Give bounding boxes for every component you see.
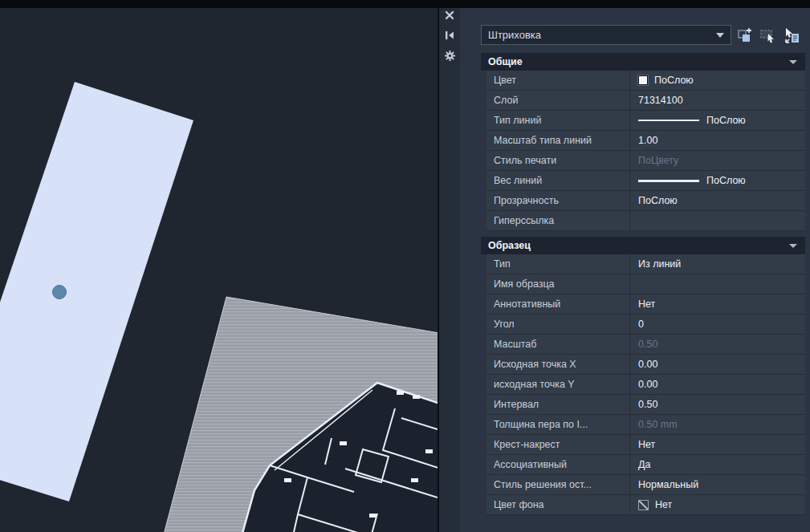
property-value[interactable]: ПоСлою — [629, 171, 805, 190]
quick-select-button[interactable] — [782, 26, 801, 45]
property-value[interactable]: Из линий — [629, 254, 805, 274]
property-value[interactable]: 0 — [629, 315, 805, 334]
gear-icon[interactable] — [443, 49, 456, 62]
property-value-text: Нет — [638, 439, 655, 450]
property-row: Вес линийПоСлою — [486, 171, 805, 191]
property-label: Масштаб — [486, 335, 629, 354]
property-value-text: 0 — [638, 319, 644, 330]
property-value-text: Нет — [638, 298, 655, 310]
autocad-window: Штриховка — [0, 0, 810, 532]
quick-select-icon — [783, 26, 800, 44]
property-row: Масштаб типа линий1.00 — [486, 131, 805, 151]
property-label: Вес линий — [486, 171, 629, 190]
property-value[interactable]: ПоСлою — [629, 191, 805, 210]
property-row: Слой71314100 — [486, 91, 805, 111]
section-header-Общие[interactable]: Общие — [481, 53, 805, 71]
toggle-pickadd-button[interactable] — [735, 26, 755, 45]
property-label: Толщина пера по I... — [486, 415, 629, 434]
properties-palette: Штриховка — [460, 8, 810, 532]
property-value[interactable]: ПоСлою — [629, 71, 805, 90]
line-thin-icon — [638, 120, 699, 121]
pickadd-toggle-icon — [736, 26, 754, 44]
swatch-white-icon — [638, 75, 648, 85]
property-value[interactable] — [629, 211, 805, 230]
property-value[interactable]: 71314100 — [629, 91, 805, 110]
property-value-text: Нет — [655, 499, 672, 510]
property-row: Крест-накрестНет — [486, 435, 805, 455]
section-header-Образец[interactable]: Образец — [481, 237, 805, 254]
property-value-text: 0.00 — [638, 379, 657, 390]
property-row: АссоциативныйДа — [486, 455, 805, 475]
property-value-text: 0.50 — [638, 339, 657, 350]
property-row: Цвет фонаНет — [486, 495, 805, 515]
property-row: Исходная точка X0.00 — [486, 355, 805, 375]
property-label: Цвет фона — [486, 495, 629, 514]
property-label: Слой — [486, 91, 629, 110]
property-row: Масштаб0.50 — [486, 335, 805, 355]
swatch-none-icon — [638, 500, 649, 510]
section-title: Образец — [488, 240, 789, 251]
property-value[interactable]: 0.50 — [629, 395, 805, 414]
property-value[interactable]: 0.50 — [629, 335, 805, 354]
property-label: Угол — [486, 315, 629, 334]
titlebar-strip — [0, 0, 810, 8]
property-value-text: Из линий — [638, 258, 681, 270]
object-type-dropdown[interactable]: Штриховка — [481, 25, 731, 45]
property-value-text: Да — [638, 459, 650, 470]
property-value-text: 1.00 — [638, 135, 657, 146]
property-value[interactable]: Нет — [629, 294, 805, 314]
property-row: Толщина пера по I...0.50 mm — [486, 415, 805, 435]
select-objects-button[interactable] — [759, 26, 778, 45]
property-value[interactable]: 0.00 — [629, 375, 805, 394]
property-sections: ОбщиеЦветПоСлоюСлой71314100Тип линийПоСл… — [481, 53, 805, 515]
property-value[interactable]: ПоЦвету — [629, 151, 805, 170]
property-label: Стиль решения ост... — [486, 475, 629, 494]
property-label: Прозрачность — [486, 191, 629, 210]
property-label: Тип — [486, 254, 629, 274]
property-value-text: ПоСлою — [706, 115, 746, 126]
section-rows: ЦветПоСлоюСлой71314100Тип линийПоСлоюМас… — [486, 71, 805, 231]
property-label: Гиперссылка — [486, 211, 629, 230]
close-icon[interactable] — [443, 9, 456, 22]
property-row: Стиль печатиПоЦвету — [486, 151, 805, 171]
property-label: Интервал — [486, 395, 629, 414]
palette-titlebar — [438, 0, 460, 532]
property-value-text: 0.50 — [638, 399, 657, 410]
chevron-down-icon — [716, 33, 724, 38]
property-value[interactable] — [629, 274, 805, 294]
property-label: Аннотативный — [486, 294, 629, 314]
property-value[interactable]: Нормальный — [629, 475, 805, 494]
property-value-text: 0.50 mm — [638, 419, 678, 430]
property-row: ЦветПоСлою — [486, 71, 805, 91]
property-value-text: Нормальный — [638, 479, 698, 490]
section-rows: ТипИз линийИмя образцаАннотативныйНетУго… — [486, 254, 805, 515]
grip-point[interactable] — [53, 286, 67, 299]
select-objects-icon — [759, 26, 777, 44]
chevron-down-icon — [789, 60, 797, 64]
property-row: исходная точка Y0.00 — [486, 375, 805, 395]
property-value[interactable]: Да — [629, 455, 805, 474]
property-label: Цвет — [486, 71, 629, 90]
property-row: Гиперссылка — [486, 211, 805, 231]
section-title: Общие — [488, 56, 789, 67]
property-value[interactable]: Нет — [629, 495, 805, 514]
property-row: Тип линийПоСлою — [486, 111, 805, 131]
property-label: Масштаб типа линий — [486, 131, 629, 150]
property-label: Исходная точка X — [486, 355, 629, 374]
line-thick-icon — [638, 180, 699, 182]
auto-hide-icon[interactable] — [443, 29, 456, 42]
property-value[interactable]: Нет — [629, 435, 805, 454]
property-label: Ассоциативный — [486, 455, 629, 474]
property-row: Имя образца — [486, 274, 805, 294]
property-value[interactable]: 0.00 — [629, 355, 805, 374]
drawing-canvas[interactable] — [0, 0, 438, 532]
property-row: Стиль решения ост...Нормальный — [486, 475, 805, 495]
property-value[interactable]: 0.50 mm — [629, 415, 805, 434]
property-value[interactable]: 1.00 — [629, 131, 805, 150]
property-value-text: ПоЦвету — [638, 155, 678, 166]
object-type-value: Штриховка — [488, 29, 711, 41]
property-label: Тип линий — [486, 111, 629, 130]
property-row: Интервал0.50 — [486, 395, 805, 415]
property-value[interactable]: ПоСлою — [629, 111, 805, 130]
selector-row: Штриховка — [481, 25, 805, 45]
